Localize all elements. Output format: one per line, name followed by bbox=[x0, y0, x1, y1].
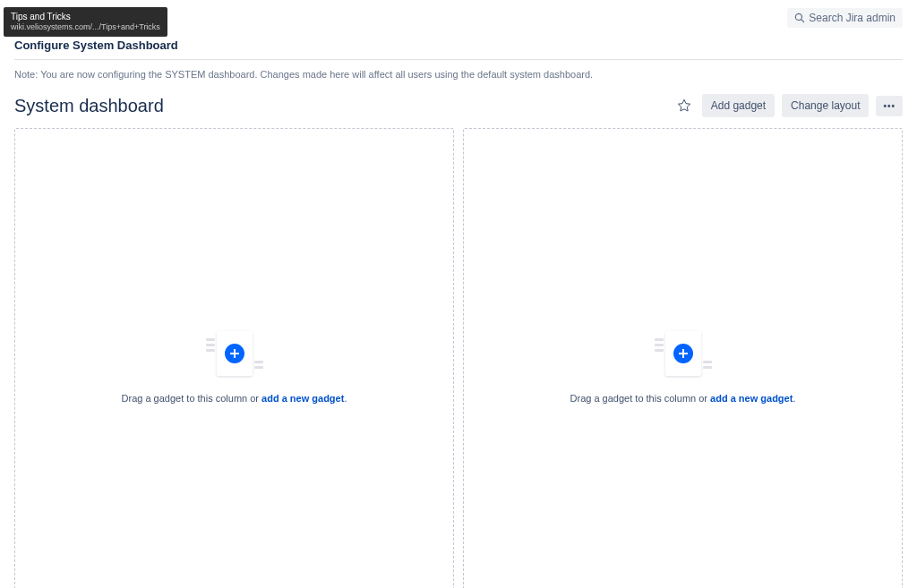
note-text: Note: You are now configuring the SYSTEM… bbox=[0, 60, 917, 87]
column-placeholder-text: Drag a gadget to this column or add a ne… bbox=[570, 393, 796, 404]
add-gadget-button[interactable]: Add gadget bbox=[702, 94, 775, 117]
add-gadget-link[interactable]: add a new gadget bbox=[710, 393, 793, 404]
tooltip: Tips and Tricks wiki.veliosystems.com/..… bbox=[4, 7, 167, 37]
plus-circle-icon bbox=[225, 344, 244, 363]
change-layout-button[interactable]: Change layout bbox=[782, 94, 869, 117]
column-placeholder-text: Drag a gadget to this column or add a ne… bbox=[122, 393, 347, 404]
search-icon bbox=[794, 13, 805, 23]
search-input[interactable]: Search Jira admin bbox=[787, 8, 903, 28]
dashboard-columns: Drag a gadget to this column or add a ne… bbox=[0, 128, 917, 588]
plus-circle-icon bbox=[673, 344, 693, 363]
dashboard-actions: Add gadget Change layout ••• bbox=[673, 94, 903, 117]
svg-marker-0 bbox=[678, 99, 690, 111]
search-placeholder: Search Jira admin bbox=[809, 12, 896, 24]
placeholder-icon bbox=[203, 327, 266, 380]
dashboard-header: System dashboard Add gadget Change layou… bbox=[0, 87, 917, 128]
more-button[interactable]: ••• bbox=[876, 96, 903, 116]
dashboard-column-right[interactable]: Drag a gadget to this column or add a ne… bbox=[463, 128, 903, 588]
dashboard-title: System dashboard bbox=[14, 96, 164, 116]
tooltip-url: wiki.veliosystems.com/.../Tips+and+Trick… bbox=[11, 22, 160, 33]
star-icon bbox=[677, 98, 691, 113]
star-button[interactable] bbox=[673, 95, 695, 116]
dashboard-column-left[interactable]: Drag a gadget to this column or add a ne… bbox=[14, 128, 454, 588]
more-icon: ••• bbox=[883, 101, 896, 111]
tooltip-title: Tips and Tricks bbox=[11, 11, 160, 22]
placeholder-icon bbox=[652, 327, 715, 380]
add-gadget-link[interactable]: add a new gadget bbox=[261, 393, 344, 404]
